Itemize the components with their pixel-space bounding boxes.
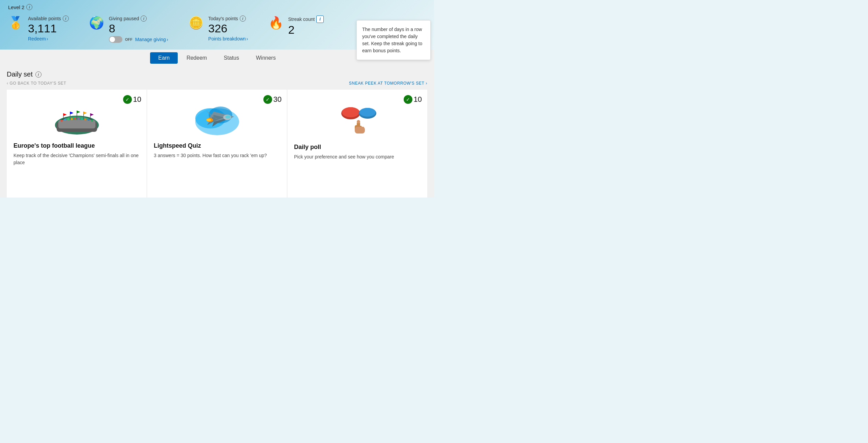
daily-set-title: Daily set bbox=[7, 70, 33, 78]
toggle-off-label: OFF bbox=[125, 37, 133, 41]
streak-count-value: 2 bbox=[288, 24, 324, 36]
svg-rect-44 bbox=[355, 127, 365, 134]
go-back-link[interactable]: ‹ GO BACK TO TODAY'S SET bbox=[7, 81, 66, 86]
available-points-value: 3,111 bbox=[28, 22, 69, 35]
todays-points-stat: 🪙 Today's points i 326 Points breakdown … bbox=[189, 16, 248, 41]
available-points-stat: 🥇 Available points i 3,111 Redeem › bbox=[8, 16, 69, 41]
check-circle-poll: ✓ bbox=[404, 95, 412, 104]
todays-points-value: 326 bbox=[208, 22, 248, 35]
card-football-points: ✓ 10 bbox=[123, 95, 141, 104]
giving-paused-icon: 🌍 bbox=[89, 17, 104, 29]
giving-paused-info-icon[interactable]: i bbox=[141, 16, 147, 22]
manage-giving-link[interactable]: Manage giving › bbox=[135, 37, 168, 42]
svg-point-24 bbox=[91, 120, 93, 122]
jet-image bbox=[190, 100, 244, 137]
toggle-knob bbox=[110, 37, 115, 42]
level-text: Level 2 bbox=[8, 4, 24, 10]
giving-paused-stat: 🌍 Giving paused i 8 OFF Manage giving › bbox=[89, 16, 168, 44]
todays-points-icon: 🪙 bbox=[189, 17, 204, 29]
todays-points-info-icon[interactable]: i bbox=[240, 16, 246, 22]
svg-point-17 bbox=[67, 118, 69, 120]
tab-status[interactable]: Status bbox=[216, 52, 247, 64]
check-circle-football: ✓ bbox=[123, 95, 132, 104]
daily-set-header: Daily set i bbox=[7, 70, 427, 78]
card-football-title: Europe's top football league bbox=[13, 142, 140, 149]
card-quiz-points: ✓ 30 bbox=[263, 95, 282, 104]
svg-point-23 bbox=[88, 119, 90, 121]
stadium-image bbox=[53, 103, 100, 137]
poll-image bbox=[330, 103, 384, 138]
tab-redeem[interactable]: Redeem bbox=[178, 52, 215, 64]
streak-tooltip: The number of days in a row you've compl… bbox=[356, 20, 431, 60]
available-points-info-icon[interactable]: i bbox=[63, 16, 69, 22]
svg-point-19 bbox=[74, 118, 76, 120]
card-poll-desc: Pick your preference and see how you com… bbox=[294, 153, 421, 160]
available-points-icon: 🥇 bbox=[8, 17, 23, 29]
card-quiz-desc: 3 answers = 30 points. How fast can you … bbox=[154, 152, 280, 159]
card-football[interactable]: ✓ 10 bbox=[7, 90, 147, 198]
daily-set-info-icon[interactable]: i bbox=[35, 71, 41, 78]
svg-point-35 bbox=[206, 119, 211, 121]
card-poll[interactable]: ✓ 10 bbox=[287, 90, 427, 198]
giving-paused-value: 8 bbox=[109, 22, 168, 35]
sneak-peek-link[interactable]: SNEAK PEEK AT TOMORROW'S SET › bbox=[349, 81, 427, 86]
redeem-link[interactable]: Redeem › bbox=[28, 36, 69, 41]
available-points-label: Available points bbox=[28, 16, 61, 21]
card-poll-points: ✓ 10 bbox=[404, 95, 422, 104]
streak-tooltip-text: The number of days in a row you've compl… bbox=[362, 27, 422, 53]
card-poll-title: Daily poll bbox=[294, 144, 421, 151]
tab-earn[interactable]: Earn bbox=[150, 52, 178, 64]
navigation-row: ‹ GO BACK TO TODAY'S SET SNEAK PEEK AT T… bbox=[7, 81, 427, 86]
card-quiz[interactable]: ✓ 30 bbox=[147, 90, 287, 198]
header-area: Level 2 i 🥇 Available points i 3,111 Red… bbox=[0, 0, 434, 50]
card-football-desc: Keep track of the decisive 'Champions' s… bbox=[13, 152, 140, 166]
svg-point-18 bbox=[71, 118, 73, 120]
daily-set-area: Daily set i ‹ GO BACK TO TODAY'S SET SNE… bbox=[0, 66, 434, 198]
svg-point-21 bbox=[81, 118, 83, 120]
svg-point-16 bbox=[64, 119, 66, 121]
svg-point-45 bbox=[357, 120, 360, 123]
points-breakdown-link[interactable]: Points breakdown › bbox=[208, 36, 248, 41]
svg-marker-8 bbox=[70, 112, 74, 114]
svg-point-22 bbox=[84, 118, 86, 120]
streak-icon: 🔥 bbox=[268, 17, 284, 29]
svg-marker-14 bbox=[90, 113, 94, 116]
level-row: Level 2 i bbox=[8, 4, 426, 10]
svg-rect-4 bbox=[58, 120, 95, 128]
giving-toggle[interactable] bbox=[109, 36, 122, 43]
svg-point-37 bbox=[342, 107, 359, 117]
level-info-icon[interactable]: i bbox=[26, 4, 32, 10]
todays-points-label: Today's points bbox=[208, 16, 238, 21]
svg-point-39 bbox=[359, 108, 376, 117]
forward-chevron: › bbox=[426, 81, 427, 86]
svg-point-33 bbox=[225, 115, 231, 119]
tab-winners[interactable]: Winners bbox=[248, 52, 284, 64]
card-quiz-title: Lightspeed Quiz bbox=[154, 142, 280, 149]
streak-info-icon[interactable]: i bbox=[316, 16, 324, 23]
check-circle-quiz: ✓ bbox=[263, 95, 272, 104]
svg-point-15 bbox=[61, 120, 63, 122]
svg-marker-6 bbox=[63, 113, 67, 116]
giving-paused-label: Giving paused bbox=[109, 16, 139, 21]
svg-marker-10 bbox=[77, 111, 80, 113]
svg-point-20 bbox=[78, 118, 80, 120]
streak-count-stat: 🔥 Streak count i 2 bbox=[268, 16, 324, 37]
streak-count-label: Streak count bbox=[288, 17, 315, 22]
cards-row: ✓ 10 bbox=[7, 90, 427, 198]
back-chevron: ‹ bbox=[7, 81, 8, 86]
svg-marker-12 bbox=[84, 112, 87, 114]
